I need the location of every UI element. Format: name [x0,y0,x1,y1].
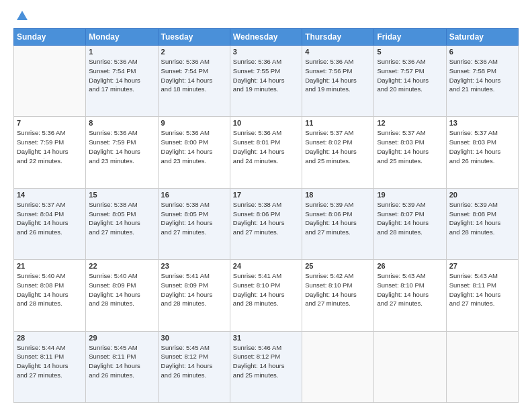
day-number: 28 [17,334,83,342]
day-number: 22 [89,262,154,270]
cell-info: Sunrise: 5:36 AM Sunset: 7:54 PM Dayligh… [161,57,227,94]
day-number: 26 [377,262,443,270]
header [13,11,519,21]
cell-info: Sunrise: 5:39 AM Sunset: 8:07 PM Dayligh… [377,200,443,237]
calendar-cell [446,331,518,402]
cell-info: Sunrise: 5:39 AM Sunset: 8:06 PM Dayligh… [305,200,371,237]
calendar-cell: 25Sunrise: 5:42 AM Sunset: 8:10 PM Dayli… [302,260,374,331]
cell-info: Sunrise: 5:39 AM Sunset: 8:08 PM Dayligh… [449,200,515,237]
day-number: 10 [233,119,299,127]
cell-info: Sunrise: 5:37 AM Sunset: 8:04 PM Dayligh… [17,200,83,237]
day-number: 1 [89,48,154,56]
calendar-cell: 12Sunrise: 5:37 AM Sunset: 8:03 PM Dayli… [374,117,446,188]
cell-info: Sunrise: 5:36 AM Sunset: 8:00 PM Dayligh… [161,128,227,165]
calendar-cell: 26Sunrise: 5:43 AM Sunset: 8:10 PM Dayli… [374,260,446,331]
cell-info: Sunrise: 5:36 AM Sunset: 7:55 PM Dayligh… [233,57,299,94]
day-header-thursday: Thursday [302,29,374,46]
day-number: 23 [161,262,227,270]
day-number: 27 [449,262,515,270]
day-number: 25 [305,262,371,270]
cell-info: Sunrise: 5:36 AM Sunset: 7:56 PM Dayligh… [305,57,371,94]
calendar-cell: 10Sunrise: 5:36 AM Sunset: 8:01 PM Dayli… [230,117,302,188]
calendar-cell: 14Sunrise: 5:37 AM Sunset: 8:04 PM Dayli… [14,188,86,259]
calendar-cell [374,331,446,402]
day-number: 17 [233,191,299,199]
calendar-cell: 8Sunrise: 5:36 AM Sunset: 7:59 PM Daylig… [86,117,158,188]
day-number: 7 [17,119,83,127]
calendar-week-row: 7Sunrise: 5:36 AM Sunset: 7:59 PM Daylig… [14,117,519,188]
cell-info: Sunrise: 5:38 AM Sunset: 8:05 PM Dayligh… [161,200,227,237]
cell-info: Sunrise: 5:38 AM Sunset: 8:05 PM Dayligh… [89,200,154,237]
calendar-table: SundayMondayTuesdayWednesdayThursdayFrid… [13,28,519,403]
day-header-tuesday: Tuesday [158,29,230,46]
calendar-cell: 18Sunrise: 5:39 AM Sunset: 8:06 PM Dayli… [302,188,374,259]
day-number: 11 [305,119,371,127]
cell-info: Sunrise: 5:43 AM Sunset: 8:11 PM Dayligh… [449,271,515,308]
calendar-cell: 11Sunrise: 5:37 AM Sunset: 8:02 PM Dayli… [302,117,374,188]
calendar-cell: 4Sunrise: 5:36 AM Sunset: 7:56 PM Daylig… [302,46,374,117]
cell-info: Sunrise: 5:42 AM Sunset: 8:10 PM Dayligh… [305,271,371,308]
day-header-saturday: Saturday [446,29,518,46]
calendar-cell: 19Sunrise: 5:39 AM Sunset: 8:07 PM Dayli… [374,188,446,259]
calendar-cell: 23Sunrise: 5:41 AM Sunset: 8:09 PM Dayli… [158,260,230,331]
day-number: 3 [233,48,299,56]
calendar-cell: 7Sunrise: 5:36 AM Sunset: 7:59 PM Daylig… [14,117,86,188]
day-header-friday: Friday [374,29,446,46]
day-number: 6 [449,48,515,56]
calendar-cell: 30Sunrise: 5:45 AM Sunset: 8:12 PM Dayli… [158,331,230,402]
logo-triangle-icon [17,11,28,20]
cell-info: Sunrise: 5:36 AM Sunset: 7:54 PM Dayligh… [89,57,154,94]
day-number: 14 [17,191,83,199]
day-number: 29 [89,334,154,342]
day-number: 4 [305,48,371,56]
day-number: 2 [161,48,227,56]
day-number: 9 [161,119,227,127]
calendar-cell [14,46,86,117]
cell-info: Sunrise: 5:36 AM Sunset: 8:01 PM Dayligh… [233,128,299,165]
day-number: 30 [161,334,227,342]
cell-info: Sunrise: 5:37 AM Sunset: 8:03 PM Dayligh… [377,128,443,165]
day-number: 18 [305,191,371,199]
page: SundayMondayTuesdayWednesdayThursdayFrid… [0,0,532,411]
calendar-cell: 2Sunrise: 5:36 AM Sunset: 7:54 PM Daylig… [158,46,230,117]
cell-info: Sunrise: 5:45 AM Sunset: 8:12 PM Dayligh… [161,343,227,380]
logo [13,11,28,21]
calendar-week-row: 1Sunrise: 5:36 AM Sunset: 7:54 PM Daylig… [14,46,519,117]
cell-info: Sunrise: 5:44 AM Sunset: 8:11 PM Dayligh… [17,343,83,380]
calendar-week-row: 21Sunrise: 5:40 AM Sunset: 8:08 PM Dayli… [14,260,519,331]
day-number: 5 [377,48,443,56]
cell-info: Sunrise: 5:36 AM Sunset: 7:59 PM Dayligh… [89,128,154,165]
calendar-cell: 16Sunrise: 5:38 AM Sunset: 8:05 PM Dayli… [158,188,230,259]
day-number: 13 [449,119,515,127]
calendar-cell: 22Sunrise: 5:40 AM Sunset: 8:09 PM Dayli… [86,260,158,331]
day-header-monday: Monday [86,29,158,46]
day-number: 12 [377,119,443,127]
cell-info: Sunrise: 5:41 AM Sunset: 8:10 PM Dayligh… [233,271,299,308]
day-number: 21 [17,262,83,270]
calendar-cell: 5Sunrise: 5:36 AM Sunset: 7:57 PM Daylig… [374,46,446,117]
calendar-cell: 15Sunrise: 5:38 AM Sunset: 8:05 PM Dayli… [86,188,158,259]
calendar-cell: 9Sunrise: 5:36 AM Sunset: 8:00 PM Daylig… [158,117,230,188]
calendar-cell: 29Sunrise: 5:45 AM Sunset: 8:11 PM Dayli… [86,331,158,402]
day-number: 31 [233,334,299,342]
cell-info: Sunrise: 5:40 AM Sunset: 8:09 PM Dayligh… [89,271,154,308]
day-number: 24 [233,262,299,270]
cell-info: Sunrise: 5:40 AM Sunset: 8:08 PM Dayligh… [17,271,83,308]
cell-info: Sunrise: 5:36 AM Sunset: 7:57 PM Dayligh… [377,57,443,94]
cell-info: Sunrise: 5:46 AM Sunset: 8:12 PM Dayligh… [233,343,299,380]
calendar-cell [302,331,374,402]
cell-info: Sunrise: 5:45 AM Sunset: 8:11 PM Dayligh… [89,343,154,380]
calendar-cell: 13Sunrise: 5:37 AM Sunset: 8:03 PM Dayli… [446,117,518,188]
cell-info: Sunrise: 5:43 AM Sunset: 8:10 PM Dayligh… [377,271,443,308]
calendar-cell: 3Sunrise: 5:36 AM Sunset: 7:55 PM Daylig… [230,46,302,117]
cell-info: Sunrise: 5:41 AM Sunset: 8:09 PM Dayligh… [161,271,227,308]
day-number: 19 [377,191,443,199]
calendar-cell: 21Sunrise: 5:40 AM Sunset: 8:08 PM Dayli… [14,260,86,331]
calendar-week-row: 28Sunrise: 5:44 AM Sunset: 8:11 PM Dayli… [14,331,519,402]
day-number: 20 [449,191,515,199]
calendar-cell: 28Sunrise: 5:44 AM Sunset: 8:11 PM Dayli… [14,331,86,402]
cell-info: Sunrise: 5:37 AM Sunset: 8:02 PM Dayligh… [305,128,371,165]
day-number: 15 [89,191,154,199]
calendar-cell: 17Sunrise: 5:38 AM Sunset: 8:06 PM Dayli… [230,188,302,259]
calendar-cell: 6Sunrise: 5:36 AM Sunset: 7:58 PM Daylig… [446,46,518,117]
